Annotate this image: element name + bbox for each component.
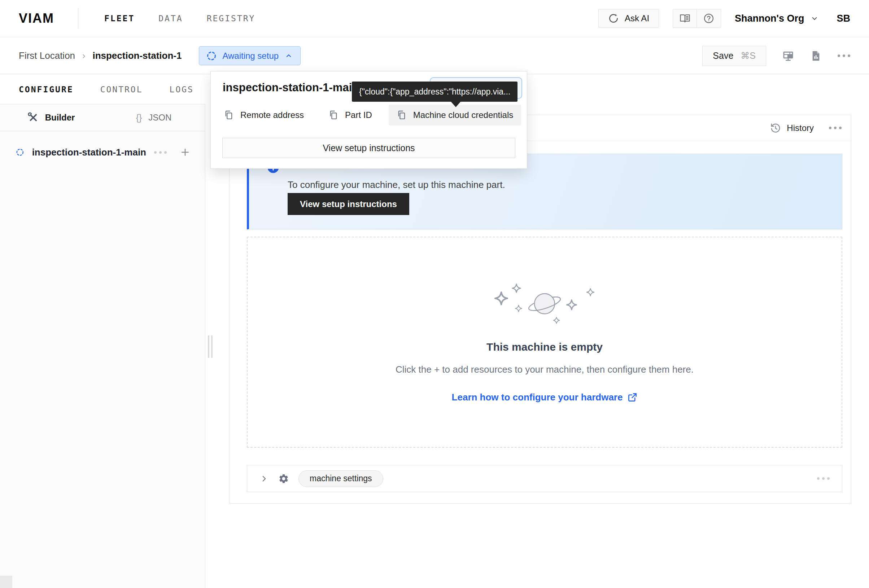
builder-mode-button[interactable]: Builder [0, 104, 102, 131]
nav-item-registry[interactable]: REGISTRY [207, 14, 255, 23]
empty-machine-dropzone: This machine is empty Click the + to add… [247, 237, 842, 448]
copy-icon [397, 110, 407, 120]
book-icon [679, 13, 690, 24]
scrollbar-corner [0, 576, 12, 588]
breadcrumb-location[interactable]: First Location [19, 50, 75, 61]
credentials-tooltip: {"cloud":{"app_address":"https://app.via… [352, 81, 518, 102]
report-button[interactable] [810, 50, 822, 62]
chevron-down-icon [810, 14, 819, 23]
history-clock-icon [770, 123, 781, 133]
save-label: Save [713, 50, 733, 61]
copy-cloud-credentials-label: Machine cloud credentials [413, 110, 513, 120]
tab-configure[interactable]: CONFIGURE [19, 85, 74, 94]
copy-part-id-button[interactable]: Part ID [320, 105, 380, 126]
org-name: Shannon's Org [735, 13, 804, 24]
empty-state-title: This machine is empty [486, 341, 603, 353]
tab-logs[interactable]: LOGS [170, 85, 194, 94]
planet-illustration [492, 281, 597, 326]
popup-view-setup-button[interactable]: View setup instructions [222, 138, 515, 158]
help-circle-icon [703, 13, 714, 24]
sidebar-resize-handle[interactable] [208, 335, 212, 358]
config-sidebar: Builder {} JSON inspection-station-1-mai… [0, 104, 205, 588]
breadcrumb-machine: inspection-station-1 [92, 50, 181, 61]
ask-ai-label: Ask AI [625, 13, 649, 24]
popup-part-title: inspection-station-1-main [222, 81, 359, 94]
part-config-panel: History To configure your machine, set u… [229, 115, 851, 504]
builder-label: Builder [45, 113, 75, 123]
nav-item-fleet[interactable]: FLEET [104, 14, 135, 23]
chevron-up-icon [285, 52, 293, 60]
help-icon-group [673, 9, 721, 28]
copy-remote-address-label: Remote address [240, 110, 304, 120]
configure-hardware-link-label: Learn how to configure your hardware [452, 392, 623, 403]
machine-toolbar: First Location › inspection-station-1 Aw… [0, 37, 869, 74]
user-avatar[interactable]: SB [836, 13, 850, 24]
machine-settings-pill[interactable]: machine settings [298, 470, 383, 487]
configure-hardware-link[interactable]: Learn how to configure your hardware [452, 392, 638, 403]
gear-icon [278, 473, 289, 484]
save-button[interactable]: Save ⌘S [702, 46, 766, 66]
status-label: Awaiting setup [222, 51, 279, 61]
document-chart-icon [810, 50, 822, 62]
machine-tabs: CONFIGURE CONTROL LOGS [0, 75, 212, 104]
primary-nav: FLEET DATA REGISTRY [104, 14, 255, 23]
empty-state-subtitle: Click the + to add resources to your mac… [396, 364, 694, 375]
machine-config-page: VIAM FLEET DATA REGISTRY Ask AI [0, 0, 869, 588]
dashed-circle-icon [16, 147, 24, 158]
monitor-icon [782, 50, 794, 62]
viam-logo: VIAM [19, 11, 54, 26]
json-label: JSON [148, 113, 171, 123]
toolbar-right: Save ⌘S [702, 46, 850, 66]
copy-icon [224, 110, 234, 120]
dashed-circle-icon [206, 51, 217, 61]
docs-button[interactable] [673, 9, 697, 27]
machine-status-badge[interactable]: Awaiting setup [199, 46, 301, 65]
json-mode-button[interactable]: {} JSON [102, 104, 205, 131]
top-navbar: VIAM FLEET DATA REGISTRY Ask AI [0, 0, 869, 37]
banner-message: To configure your machine, set up this m… [288, 179, 505, 191]
history-button[interactable]: History [770, 123, 814, 133]
part-more-button[interactable] [154, 151, 167, 154]
panel-more-button[interactable] [829, 127, 842, 129]
ask-ai-button[interactable]: Ask AI [598, 9, 659, 28]
help-button[interactable] [697, 9, 721, 27]
copy-cloud-credentials-button[interactable]: Machine cloud credentials [389, 105, 522, 126]
view-setup-instructions-button[interactable]: View setup instructions [288, 193, 409, 215]
nav-item-data[interactable]: DATA [159, 14, 182, 23]
org-switcher[interactable]: Shannon's Org [735, 13, 819, 24]
part-actions [154, 147, 191, 158]
copy-icon [328, 110, 338, 120]
ask-ai-sparkle-icon [608, 13, 619, 24]
copy-remote-address-button[interactable]: Remote address [216, 105, 312, 126]
copy-button-row: Remote address Part ID Machine cloud cre… [216, 105, 521, 126]
editor-mode-toggle: Builder {} JSON [0, 104, 205, 131]
nav-divider [78, 8, 78, 29]
tooltip-caret [450, 101, 461, 107]
add-resource-plus-icon[interactable] [180, 147, 191, 158]
chevron-right-icon [260, 474, 269, 483]
presentation-button[interactable] [782, 50, 794, 62]
save-shortcut: ⌘S [740, 50, 756, 61]
navbar-right: Ask AI [598, 9, 850, 28]
sidebar-part-item[interactable]: inspection-station-1-main [0, 131, 205, 158]
machine-settings-row[interactable]: machine settings [247, 465, 842, 492]
copy-part-id-label: Part ID [345, 110, 372, 120]
toolbar-more-button[interactable] [838, 55, 850, 57]
part-name: inspection-station-1-main [32, 147, 146, 158]
braces-icon: {} [136, 113, 142, 123]
settings-more-button[interactable] [817, 477, 830, 480]
external-link-icon [627, 392, 637, 402]
history-label: History [787, 123, 814, 133]
breadcrumb-separator: › [82, 50, 85, 61]
tab-control[interactable]: CONTROL [100, 85, 143, 94]
builder-tools-icon [28, 112, 39, 123]
